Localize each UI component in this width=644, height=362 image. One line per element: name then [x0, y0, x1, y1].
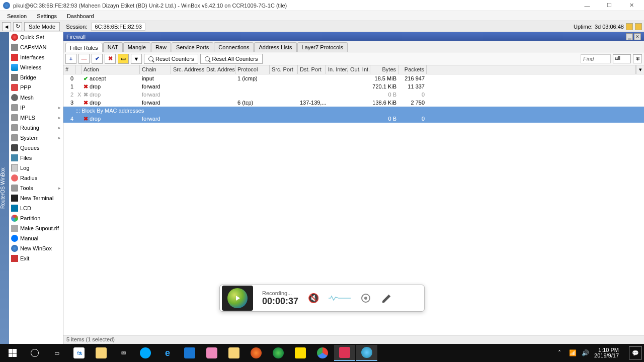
- disable-button[interactable]: ✖: [105, 54, 116, 64]
- taskbar-app-explorer[interactable]: [91, 345, 112, 361]
- subwindow-titlebar[interactable]: Firewall ▁ ✕: [63, 32, 644, 41]
- screen-recorder-widget[interactable]: Recording... 00:00:37 🔇: [219, 285, 425, 312]
- taskbar-app-folder[interactable]: [223, 345, 245, 361]
- tab-nat[interactable]: NAT: [103, 42, 123, 52]
- taskbar-app-generic1[interactable]: [201, 345, 222, 361]
- taskbar-app-outlook[interactable]: [179, 345, 200, 361]
- taskbar-app-firefox[interactable]: [246, 345, 267, 361]
- safe-mode-button[interactable]: Safe Mode: [24, 22, 60, 31]
- tab-service-ports[interactable]: Service Ports: [172, 42, 213, 52]
- sidebar-item-partition[interactable]: Partition: [9, 213, 63, 223]
- column-header[interactable]: Dst. Port: [298, 65, 326, 74]
- taskbar-app-notes[interactable]: [290, 345, 311, 361]
- sidebar-item-capsman[interactable]: CAPsMAN: [9, 42, 63, 52]
- sidebar-item-files[interactable]: Files: [9, 153, 63, 163]
- column-header[interactable]: Src. Address: [171, 65, 204, 74]
- webcam-button[interactable]: [360, 292, 372, 304]
- tab-connections[interactable]: Connections: [214, 42, 254, 52]
- sidebar-item-log[interactable]: Log: [9, 163, 63, 173]
- enable-button[interactable]: ✔: [92, 54, 103, 64]
- menu-session[interactable]: Session: [2, 12, 32, 20]
- column-header[interactable]: Action: [82, 65, 140, 74]
- sidebar-item-exit[interactable]: Exit: [9, 253, 63, 263]
- sidebar-item-mesh[interactable]: Mesh: [9, 93, 63, 103]
- subwindow-min-button[interactable]: ▁: [626, 33, 633, 40]
- sidebar-item-ppp[interactable]: PPP: [9, 82, 63, 93]
- table-row[interactable]: 3✖ dropforward6 (tcp)137-139,...138.6 Ki…: [63, 99, 644, 107]
- column-menu-button[interactable]: ▾: [636, 65, 644, 74]
- chain-filter-select[interactable]: all: [613, 54, 631, 63]
- tab-filter-rules[interactable]: Filter Rules: [65, 43, 103, 52]
- start-button[interactable]: [2, 345, 23, 361]
- taskbar-app-store[interactable]: 🛍: [68, 345, 90, 361]
- sidebar-item-queues[interactable]: Queues: [9, 143, 63, 153]
- reset-all-counters-button[interactable]: Reset All Counters: [200, 54, 262, 64]
- taskbar-app-generic2[interactable]: [268, 345, 289, 361]
- column-header[interactable]: Out. Int...: [348, 65, 370, 74]
- column-header[interactable]: Protocol: [235, 65, 270, 74]
- sidebar-item-wireless[interactable]: Wireless: [9, 62, 63, 72]
- tab-mangle[interactable]: Mangle: [123, 42, 150, 52]
- sidebar-item-bridge[interactable]: Bridge: [9, 72, 63, 82]
- column-header[interactable]: #: [63, 65, 75, 74]
- minimize-button[interactable]: —: [580, 1, 595, 10]
- sidebar-item-ip[interactable]: IP▸: [9, 103, 63, 113]
- remove-button[interactable]: —: [78, 54, 90, 64]
- sidebar-item-tools[interactable]: Tools▸: [9, 183, 63, 193]
- taskbar-clock[interactable]: 1:10 PM 2019/9/17: [594, 347, 622, 358]
- maximize-button[interactable]: ☐: [602, 1, 617, 10]
- mute-button[interactable]: 🔇: [307, 292, 319, 304]
- find-input[interactable]: [581, 54, 611, 63]
- subwindow-close-button[interactable]: ✕: [634, 33, 641, 40]
- column-header[interactable]: Src. Port: [270, 65, 298, 74]
- menu-dashboard[interactable]: Dashboard: [62, 12, 99, 20]
- column-header[interactable]: Dst. Address: [204, 65, 235, 74]
- taskbar-app-recorder[interactable]: [334, 345, 355, 361]
- cortana-button[interactable]: [24, 345, 45, 361]
- tab-raw[interactable]: Raw: [151, 42, 171, 52]
- table-row[interactable]: 1✖ dropforward720.1 KiB11 337: [63, 82, 644, 90]
- tab-address-lists[interactable]: Address Lists: [254, 42, 296, 52]
- column-header[interactable]: Bytes: [370, 65, 398, 74]
- filter-button[interactable]: ▼: [131, 54, 142, 64]
- redo-button[interactable]: ↻: [13, 22, 22, 31]
- comment-row[interactable]: ::: Block By MAC addresses: [63, 107, 644, 115]
- sidebar-item-quick-set[interactable]: Quick Set: [9, 32, 63, 42]
- sidebar-item-routing[interactable]: Routing▸: [9, 123, 63, 133]
- comment-button[interactable]: ▭: [118, 54, 129, 64]
- close-button[interactable]: ✕: [624, 1, 639, 10]
- taskbar-app-edge[interactable]: e: [157, 345, 178, 361]
- sidebar-item-new-terminal[interactable]: New Terminal: [9, 193, 63, 203]
- tray-network-icon[interactable]: 📶: [569, 349, 577, 356]
- taskbar-app-winbox[interactable]: [356, 345, 377, 361]
- reset-counters-button[interactable]: Reset Counters: [144, 54, 198, 64]
- taskbar-app-teamviewer[interactable]: [135, 345, 156, 361]
- table-row[interactable]: 2X✖ dropforward0 B0: [63, 90, 644, 99]
- menu-settings[interactable]: Settings: [32, 12, 62, 20]
- annotate-button[interactable]: [381, 292, 393, 304]
- task-view-button[interactable]: ▭: [46, 345, 67, 361]
- sidebar-item-manual[interactable]: Manual: [9, 233, 63, 243]
- tab-layer7-protocols[interactable]: Layer7 Protocols: [297, 42, 348, 52]
- taskbar-app-chrome[interactable]: [312, 345, 333, 361]
- add-button[interactable]: +: [65, 54, 76, 64]
- tray-volume-icon[interactable]: 🔊: [582, 349, 589, 356]
- sidebar-item-lcd[interactable]: LCD: [9, 203, 63, 213]
- action-center-button[interactable]: 💬: [629, 346, 642, 359]
- sidebar-item-radius[interactable]: Radius: [9, 173, 63, 183]
- sidebar-item-make-supout-rif[interactable]: Make Supout.rif: [9, 223, 63, 233]
- taskbar-app-mail[interactable]: ✉: [113, 345, 134, 361]
- table-row[interactable]: 0✔ acceptinput1 (icmp)18.5 MiB216 947: [63, 74, 644, 82]
- sidebar-item-new-winbox[interactable]: New WinBox: [9, 243, 63, 253]
- back-button[interactable]: ◄: [2, 22, 11, 31]
- column-header[interactable]: Packets: [398, 65, 427, 74]
- column-header[interactable]: In. Inter...: [326, 65, 348, 74]
- sidebar-item-system[interactable]: System▸: [9, 133, 63, 143]
- column-header[interactable]: Chain: [140, 65, 171, 74]
- grid-body[interactable]: 0✔ acceptinput1 (icmp)18.5 MiB216 9471✖ …: [63, 74, 644, 123]
- tray-expand-icon[interactable]: ˄: [558, 349, 561, 356]
- column-header[interactable]: [75, 65, 82, 74]
- sidebar-item-interfaces[interactable]: Interfaces: [9, 52, 63, 62]
- table-row[interactable]: 4✖ dropforward0 B0: [63, 115, 644, 123]
- sidebar-item-mpls[interactable]: MPLS▸: [9, 113, 63, 123]
